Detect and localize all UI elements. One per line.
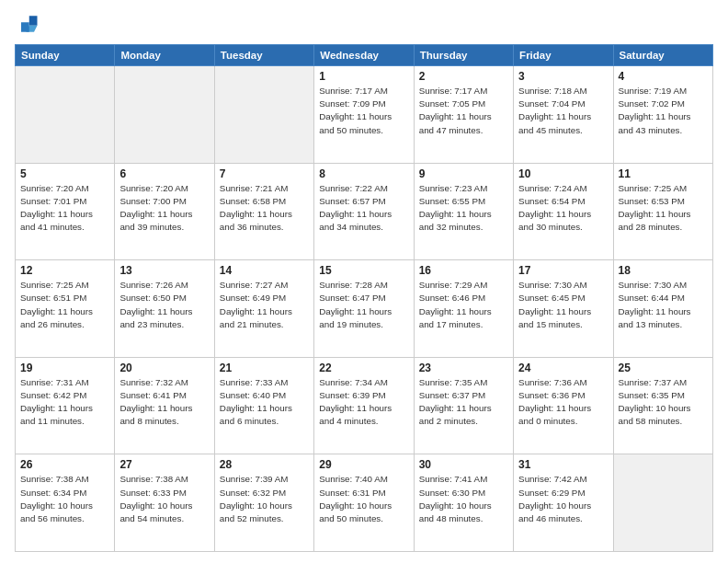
calendar-cell [115,66,214,164]
calendar-cell: 1Sunrise: 7:17 AMSunset: 7:09 PMDaylight… [314,66,414,164]
calendar-cell: 7Sunrise: 7:21 AMSunset: 6:58 PMDaylight… [214,163,313,260]
cell-details: Sunrise: 7:30 AMSunset: 6:45 PMDaylight:… [518,279,608,331]
day-number: 23 [419,362,508,374]
cell-details: Sunrise: 7:38 AMSunset: 6:33 PMDaylight:… [119,473,209,525]
calendar-cell: 24Sunrise: 7:36 AMSunset: 6:36 PMDayligh… [514,357,613,454]
calendar-cell: 17Sunrise: 7:30 AMSunset: 6:45 PMDayligh… [514,260,613,358]
cell-details: Sunrise: 7:41 AMSunset: 6:30 PMDaylight:… [419,473,508,525]
calendar-cell: 6Sunrise: 7:20 AMSunset: 7:00 PMDaylight… [115,163,214,260]
day-number: 30 [419,458,508,471]
day-number: 12 [20,264,109,277]
day-number: 13 [119,264,209,277]
cell-details: Sunrise: 7:34 AMSunset: 6:39 PMDaylight:… [319,376,408,429]
cell-details: Sunrise: 7:28 AMSunset: 6:47 PMDaylight:… [319,279,408,331]
cell-details: Sunrise: 7:17 AMSunset: 7:05 PMDaylight:… [419,85,508,137]
day-number: 18 [619,264,708,277]
col-header-sunday: Sunday [16,45,115,66]
calendar-cell [214,66,313,164]
day-number: 20 [119,362,209,374]
cell-details: Sunrise: 7:37 AMSunset: 6:35 PMDaylight:… [619,376,708,429]
day-number: 8 [319,167,408,180]
cell-details: Sunrise: 7:17 AMSunset: 7:09 PMDaylight:… [319,85,408,137]
calendar-cell: 20Sunrise: 7:32 AMSunset: 6:41 PMDayligh… [115,357,214,454]
calendar-cell: 2Sunrise: 7:17 AMSunset: 7:05 PMDaylight… [414,66,513,164]
cell-details: Sunrise: 7:23 AMSunset: 6:55 PMDaylight:… [419,182,508,235]
cell-details: Sunrise: 7:26 AMSunset: 6:50 PMDaylight:… [119,279,209,331]
day-number: 6 [119,167,209,180]
calendar-cell: 9Sunrise: 7:23 AMSunset: 6:55 PMDaylight… [414,163,513,260]
calendar-cell: 27Sunrise: 7:38 AMSunset: 6:33 PMDayligh… [115,454,214,552]
calendar-cell: 10Sunrise: 7:24 AMSunset: 6:54 PMDayligh… [514,163,613,260]
calendar-cell: 29Sunrise: 7:40 AMSunset: 6:31 PMDayligh… [314,454,414,552]
cell-details: Sunrise: 7:20 AMSunset: 7:01 PMDaylight:… [20,182,109,235]
cell-details: Sunrise: 7:29 AMSunset: 6:46 PMDaylight:… [419,279,508,331]
day-number: 3 [518,70,608,83]
col-header-tuesday: Tuesday [214,45,313,66]
svg-marker-3 [21,22,29,32]
day-number: 17 [518,264,608,277]
day-number: 16 [419,264,508,277]
day-number: 24 [518,362,608,374]
calendar-cell: 30Sunrise: 7:41 AMSunset: 6:30 PMDayligh… [414,454,513,552]
col-header-saturday: Saturday [613,45,712,66]
calendar-cell: 28Sunrise: 7:39 AMSunset: 6:32 PMDayligh… [214,454,313,552]
col-header-thursday: Thursday [414,45,513,66]
day-number: 22 [319,362,408,374]
calendar-cell: 5Sunrise: 7:20 AMSunset: 7:01 PMDaylight… [16,163,115,260]
day-number: 25 [619,362,708,374]
cell-details: Sunrise: 7:30 AMSunset: 6:44 PMDaylight:… [619,279,708,331]
calendar-cell: 16Sunrise: 7:29 AMSunset: 6:46 PMDayligh… [414,260,513,358]
cell-details: Sunrise: 7:42 AMSunset: 6:29 PMDaylight:… [518,473,608,525]
week-row-1: 1Sunrise: 7:17 AMSunset: 7:09 PMDaylight… [16,66,713,164]
day-number: 1 [319,70,408,83]
day-number: 29 [319,458,408,471]
cell-details: Sunrise: 7:22 AMSunset: 6:57 PMDaylight:… [319,182,408,235]
day-number: 26 [20,458,109,471]
cell-details: Sunrise: 7:40 AMSunset: 6:31 PMDaylight:… [319,473,408,525]
cell-details: Sunrise: 7:19 AMSunset: 7:02 PMDaylight:… [619,85,708,137]
day-number: 11 [619,167,708,180]
cell-details: Sunrise: 7:18 AMSunset: 7:04 PMDaylight:… [518,85,608,137]
calendar-header-row: SundayMondayTuesdayWednesdayThursdayFrid… [16,45,713,66]
week-row-5: 26Sunrise: 7:38 AMSunset: 6:34 PMDayligh… [16,454,713,552]
page: SundayMondayTuesdayWednesdayThursdayFrid… [0,0,728,563]
day-number: 14 [220,264,309,277]
cell-details: Sunrise: 7:25 AMSunset: 6:51 PMDaylight:… [20,279,109,331]
col-header-friday: Friday [514,45,613,66]
cell-details: Sunrise: 7:31 AMSunset: 6:42 PMDaylight:… [20,376,109,429]
calendar-cell: 3Sunrise: 7:18 AMSunset: 7:04 PMDaylight… [514,66,613,164]
cell-details: Sunrise: 7:38 AMSunset: 6:34 PMDaylight:… [20,473,109,525]
cell-details: Sunrise: 7:32 AMSunset: 6:41 PMDaylight:… [119,376,209,429]
calendar-cell: 8Sunrise: 7:22 AMSunset: 6:57 PMDaylight… [314,163,414,260]
calendar-cell: 11Sunrise: 7:25 AMSunset: 6:53 PMDayligh… [613,163,712,260]
day-number: 21 [220,362,309,374]
cell-details: Sunrise: 7:39 AMSunset: 6:32 PMDaylight:… [220,473,309,525]
week-row-3: 12Sunrise: 7:25 AMSunset: 6:51 PMDayligh… [16,260,713,358]
cell-details: Sunrise: 7:20 AMSunset: 7:00 PMDaylight:… [119,182,209,235]
cell-details: Sunrise: 7:25 AMSunset: 6:53 PMDaylight:… [619,182,708,235]
day-number: 19 [20,362,109,374]
calendar-cell [16,66,115,164]
calendar-cell: 12Sunrise: 7:25 AMSunset: 6:51 PMDayligh… [16,260,115,358]
calendar-cell: 31Sunrise: 7:42 AMSunset: 6:29 PMDayligh… [514,454,613,552]
day-number: 27 [119,458,209,471]
day-number: 31 [518,458,608,471]
calendar-cell: 4Sunrise: 7:19 AMSunset: 7:02 PMDaylight… [613,66,712,164]
calendar-cell: 21Sunrise: 7:33 AMSunset: 6:40 PMDayligh… [214,357,313,454]
calendar-cell: 15Sunrise: 7:28 AMSunset: 6:47 PMDayligh… [314,260,414,358]
cell-details: Sunrise: 7:36 AMSunset: 6:36 PMDaylight:… [518,376,608,429]
week-row-2: 5Sunrise: 7:20 AMSunset: 7:01 PMDaylight… [16,163,713,260]
calendar-cell: 26Sunrise: 7:38 AMSunset: 6:34 PMDayligh… [16,454,115,552]
calendar-cell: 18Sunrise: 7:30 AMSunset: 6:44 PMDayligh… [613,260,712,358]
col-header-wednesday: Wednesday [314,45,414,66]
calendar-table: SundayMondayTuesdayWednesdayThursdayFrid… [15,44,713,552]
calendar-cell: 22Sunrise: 7:34 AMSunset: 6:39 PMDayligh… [314,357,414,454]
header [15,11,713,37]
day-number: 9 [419,167,508,180]
day-number: 2 [419,70,508,83]
day-number: 28 [220,458,309,471]
calendar-cell: 23Sunrise: 7:35 AMSunset: 6:37 PMDayligh… [414,357,513,454]
cell-details: Sunrise: 7:24 AMSunset: 6:54 PMDaylight:… [518,182,608,235]
logo-icon [15,11,40,37]
day-number: 4 [619,70,708,83]
